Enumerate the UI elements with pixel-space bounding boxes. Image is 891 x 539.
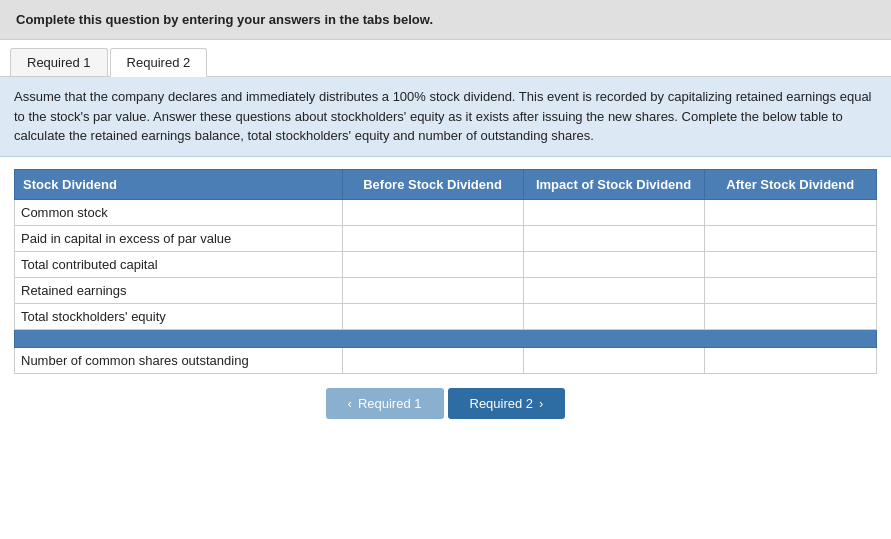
prev-arrow-icon bbox=[348, 396, 352, 411]
shares-impact-input[interactable] bbox=[524, 348, 704, 372]
retained-before-input[interactable] bbox=[343, 278, 523, 302]
table-container: Stock Dividend Before Stock Dividend Imp… bbox=[0, 157, 891, 374]
row-label-retained-earnings: Retained earnings bbox=[15, 277, 343, 303]
total-equity-after-input[interactable] bbox=[705, 304, 876, 328]
total-equity-before bbox=[342, 303, 523, 329]
table-row: Total stockholders' equity bbox=[15, 303, 877, 329]
next-button[interactable]: Required 2 bbox=[448, 388, 566, 419]
common-stock-after bbox=[704, 199, 876, 225]
table-row: Number of common shares outstanding bbox=[15, 347, 877, 373]
total-contrib-impact bbox=[523, 251, 704, 277]
row-label-common-stock: Common stock bbox=[15, 199, 343, 225]
col-header-before-stock: Before Stock Dividend bbox=[342, 169, 523, 199]
total-contrib-after bbox=[704, 251, 876, 277]
total-equity-impact bbox=[523, 303, 704, 329]
table-row: Paid in capital in excess of par value bbox=[15, 225, 877, 251]
retained-after bbox=[704, 277, 876, 303]
shares-impact bbox=[523, 347, 704, 373]
total-equity-impact-input[interactable] bbox=[524, 304, 704, 328]
row-label-total-contrib: Total contributed capital bbox=[15, 251, 343, 277]
shares-after bbox=[704, 347, 876, 373]
shares-before-input[interactable] bbox=[343, 348, 523, 372]
table-row: Retained earnings bbox=[15, 277, 877, 303]
total-equity-before-input[interactable] bbox=[343, 304, 523, 328]
retained-after-input[interactable] bbox=[705, 278, 876, 302]
total-contrib-after-input[interactable] bbox=[705, 252, 876, 276]
top-banner: Complete this question by entering your … bbox=[0, 0, 891, 40]
col-header-stock-dividend: Stock Dividend bbox=[15, 169, 343, 199]
next-arrow-icon bbox=[539, 396, 543, 411]
common-stock-impact-input[interactable] bbox=[524, 200, 704, 224]
col-header-after-stock: After Stock Dividend bbox=[704, 169, 876, 199]
total-equity-after bbox=[704, 303, 876, 329]
table-row: Common stock bbox=[15, 199, 877, 225]
row-label-paid-in: Paid in capital in excess of par value bbox=[15, 225, 343, 251]
common-stock-before-input[interactable] bbox=[343, 200, 523, 224]
total-contrib-before-input[interactable] bbox=[343, 252, 523, 276]
total-contrib-impact-input[interactable] bbox=[524, 252, 704, 276]
common-stock-impact bbox=[523, 199, 704, 225]
bottom-buttons: Required 1 Required 2 bbox=[0, 374, 891, 433]
retained-impact-input[interactable] bbox=[524, 278, 704, 302]
tab-required2[interactable]: Required 2 bbox=[110, 48, 208, 77]
shares-after-input[interactable] bbox=[705, 348, 876, 372]
tab-required1[interactable]: Required 1 bbox=[10, 48, 108, 76]
tabs-bar: Required 1 Required 2 bbox=[0, 40, 891, 77]
col-header-impact: Impact of Stock Dividend bbox=[523, 169, 704, 199]
table-row: Total contributed capital bbox=[15, 251, 877, 277]
common-stock-before bbox=[342, 199, 523, 225]
paid-in-before bbox=[342, 225, 523, 251]
retained-before bbox=[342, 277, 523, 303]
instructions: Assume that the company declares and imm… bbox=[0, 77, 891, 157]
paid-in-impact-input[interactable] bbox=[524, 226, 704, 250]
paid-in-before-input[interactable] bbox=[343, 226, 523, 250]
row-label-total-equity: Total stockholders' equity bbox=[15, 303, 343, 329]
next-button-label: Required 2 bbox=[470, 396, 534, 411]
row-label-shares-outstanding: Number of common shares outstanding bbox=[15, 347, 343, 373]
prev-button-label: Required 1 bbox=[358, 396, 422, 411]
total-row-spacer bbox=[15, 329, 877, 347]
paid-in-after-input[interactable] bbox=[705, 226, 876, 250]
common-stock-after-input[interactable] bbox=[705, 200, 876, 224]
shares-before bbox=[342, 347, 523, 373]
prev-button[interactable]: Required 1 bbox=[326, 388, 444, 419]
total-contrib-before bbox=[342, 251, 523, 277]
total-row bbox=[15, 329, 877, 347]
retained-impact bbox=[523, 277, 704, 303]
paid-in-after bbox=[704, 225, 876, 251]
paid-in-impact bbox=[523, 225, 704, 251]
stock-dividend-table: Stock Dividend Before Stock Dividend Imp… bbox=[14, 169, 877, 374]
